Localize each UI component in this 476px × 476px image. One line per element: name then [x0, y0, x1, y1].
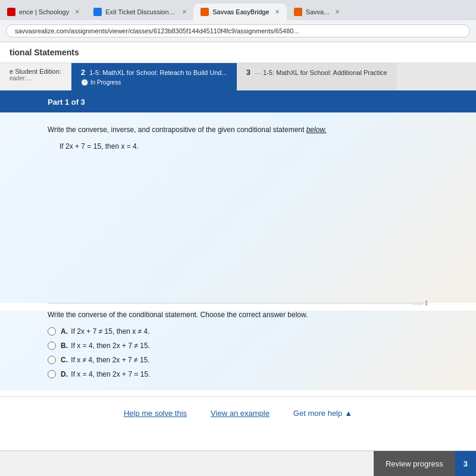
- answer-choices: A. If 2x + 7 ≠ 15, then x ≠ 4. B. If x =…: [48, 327, 428, 378]
- tab2-header: 2 1-5: MathXL for School: Reteach to Bui…: [81, 68, 227, 77]
- choice-a-text: If 2x + 7 ≠ 15, then x ≠ 4.: [71, 327, 149, 336]
- bottom-bar: Review progress 3: [0, 450, 476, 476]
- radio-d[interactable]: [48, 370, 56, 378]
- tab2-title: 1-5: MathXL for School: Reteach to Build…: [89, 69, 227, 76]
- action-buttons: Help me solve this View an example Get m…: [0, 396, 476, 430]
- tab2-number: 2: [81, 68, 85, 77]
- section-header-bar: Part 1 of 3: [0, 92, 476, 112]
- help-me-solve-button[interactable]: Help me solve this: [124, 409, 187, 418]
- answer-prompt: Write the converse of the conditional st…: [48, 311, 428, 319]
- radio-a[interactable]: [48, 327, 56, 336]
- assignment-header: tional Statements: [0, 42, 476, 63]
- tab-savvas-2-close[interactable]: ×: [335, 8, 339, 16]
- tab-savvas-active-close[interactable]: ×: [275, 8, 280, 16]
- tab-savvas-active[interactable]: Savvas EasyBridge ×: [193, 4, 286, 20]
- address-input[interactable]: savvasrealize.com/assignments/viewer/cla…: [6, 24, 470, 37]
- view-example-button[interactable]: View an example: [211, 409, 270, 418]
- section-header-text: Part 1 of 3: [48, 98, 85, 107]
- radio-c[interactable]: [48, 356, 56, 364]
- nav-tab-3[interactable]: 3 — 1-5: MathXL for School: Additional P…: [237, 63, 397, 90]
- question-badge: 3: [455, 451, 476, 477]
- exit-icon: [93, 8, 102, 16]
- tab-exit-close[interactable]: ×: [182, 8, 186, 16]
- question-instructions: Write the converse, inverse, and contrap…: [48, 124, 428, 135]
- resize-dots: .....: [412, 299, 423, 306]
- address-bar: savvasrealize.com/assignments/viewer/cla…: [0, 20, 476, 42]
- answer-section: Write the converse of the conditional st…: [0, 311, 476, 390]
- more-help-arrow-icon: ▲: [345, 409, 352, 418]
- choice-d-letter: D.: [61, 370, 68, 378]
- browser-chrome: ence | Schoology × Exit Ticket Discussio…: [0, 0, 476, 42]
- choice-a-label: A. If 2x + 7 ≠ 15, then x ≠ 4.: [61, 327, 150, 336]
- tab-schoology-label: ence | Schoology: [19, 8, 69, 15]
- tab-savvas-active-label: Savvas EasyBridge: [212, 8, 269, 15]
- choice-c-text: If x ≠ 4, then 2x + 7 ≠ 15.: [71, 356, 149, 364]
- tab-bar: ence | Schoology × Exit Ticket Discussio…: [0, 0, 476, 20]
- choice-d-text: If x = 4, then 2x + 7 = 15.: [71, 370, 150, 378]
- question-area: Write the converse, inverse, and contrap…: [0, 112, 476, 303]
- savvas-icon-active: [201, 8, 209, 16]
- choice-b-label: B. If x = 4, then 2x + 7 ≠ 15.: [61, 342, 150, 350]
- page-content: tional Statements e Student Edition: ead…: [0, 42, 476, 476]
- choice-b-text: If x = 4, then 2x + 7 ≠ 15.: [71, 342, 150, 350]
- left-info-sublabel: eader:...: [10, 75, 62, 82]
- divider-area: ..... ↕: [48, 303, 428, 303]
- choice-c-letter: C.: [61, 356, 68, 364]
- tab3-header: 3 — 1-5: MathXL for School: Additional P…: [246, 68, 387, 77]
- resize-arrow: ↕: [424, 298, 428, 307]
- tab3-separator: —: [255, 69, 261, 76]
- nav-tabs-area: e Student Edition: eader:... 2 1-5: Math…: [0, 63, 476, 92]
- assignment-title: tional Statements: [10, 48, 79, 57]
- answer-choice-d[interactable]: D. If x = 4, then 2x + 7 = 15.: [48, 370, 428, 378]
- nav-tab-left-info: e Student Edition: eader:...: [0, 63, 71, 90]
- radio-b[interactable]: [48, 342, 56, 350]
- get-more-help-button[interactable]: Get more help ▲: [293, 409, 352, 418]
- tab-schoology-close[interactable]: ×: [75, 8, 79, 16]
- tab3-title: 1-5: MathXL for School: Additional Pract…: [263, 69, 387, 76]
- nav-tab-2[interactable]: 2 1-5: MathXL for School: Reteach to Bui…: [71, 63, 237, 90]
- choice-a-letter: A.: [61, 327, 68, 336]
- answer-choice-a[interactable]: A. If 2x + 7 ≠ 15, then x ≠ 4.: [48, 327, 428, 336]
- schoology-icon: [7, 8, 15, 16]
- answer-choice-b[interactable]: B. If x = 4, then 2x + 7 ≠ 15.: [48, 342, 428, 350]
- choice-d-label: D. If x = 4, then 2x + 7 = 15.: [61, 370, 150, 378]
- review-progress-button[interactable]: Review progress: [374, 451, 455, 477]
- tab2-status: 🕐 In Progress: [81, 79, 227, 86]
- clock-icon: 🕐: [81, 79, 88, 86]
- instructions-emphasis: below.: [306, 126, 327, 134]
- choice-c-label: C. If x ≠ 4, then 2x + 7 ≠ 15.: [61, 356, 150, 364]
- tab-schoology[interactable]: ence | Schoology ×: [0, 4, 86, 20]
- tab2-status-label: In Progress: [90, 79, 121, 86]
- given-statement: If 2x + 7 = 15, then x = 4.: [60, 142, 428, 151]
- tab3-number: 3: [246, 68, 250, 77]
- instructions-text: Write the converse, inverse, and contrap…: [48, 126, 306, 134]
- savvas-icon-2: [294, 8, 302, 16]
- tab-savvas-2-label: Savva...: [306, 8, 330, 15]
- get-more-help-label: Get more help: [293, 409, 342, 418]
- tab-exit[interactable]: Exit Ticket Discussion Board | S ×: [86, 4, 193, 20]
- answer-choice-c[interactable]: C. If x ≠ 4, then 2x + 7 ≠ 15.: [48, 356, 428, 364]
- left-info-label: e Student Edition:: [10, 68, 62, 75]
- choice-b-letter: B.: [61, 342, 68, 350]
- resize-handle[interactable]: ..... ↕: [412, 298, 428, 307]
- tab-exit-label: Exit Ticket Discussion Board | S: [105, 8, 176, 15]
- tab-savvas-2[interactable]: Savva... ×: [287, 4, 347, 20]
